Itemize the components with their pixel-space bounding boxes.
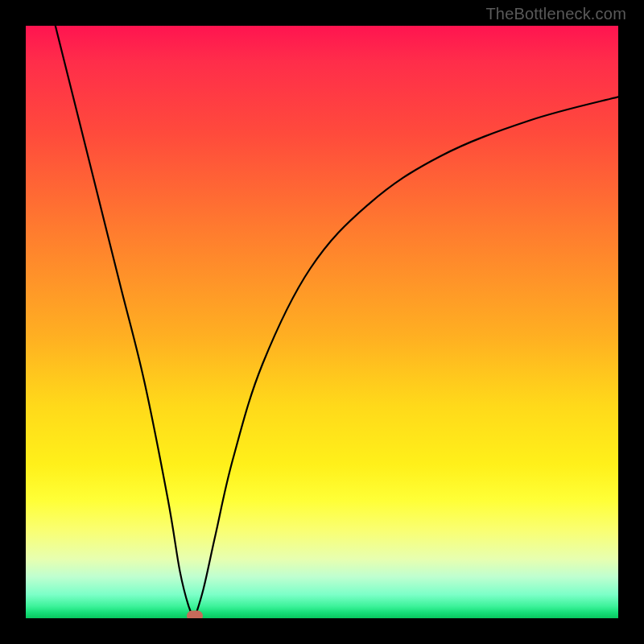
bottleneck-curve [26, 26, 618, 618]
plot-area [26, 26, 618, 618]
curve-path-left [56, 26, 195, 618]
optimum-marker [187, 611, 203, 619]
curve-path-right [195, 97, 618, 618]
attribution-text: TheBottleneck.com [485, 5, 626, 23]
chart-frame: TheBottleneck.com [0, 0, 644, 644]
